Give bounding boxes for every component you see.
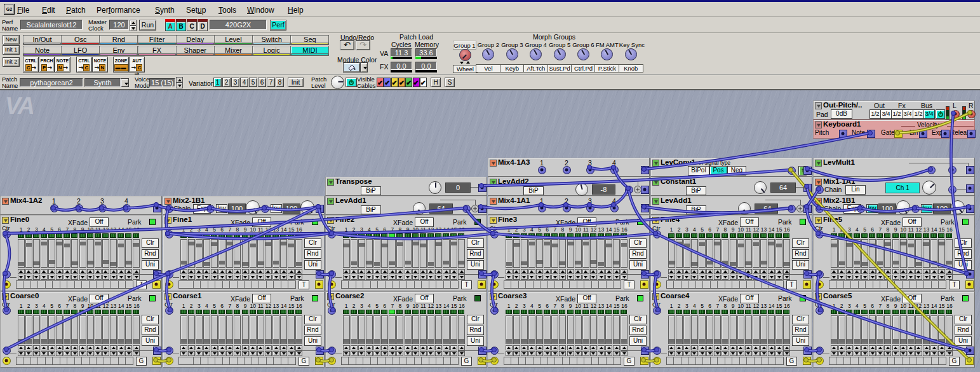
step-up-7[interactable] [226,345,233,350]
step-up-5[interactable] [536,269,543,274]
value-output-jack[interactable] [966,347,974,355]
xfade-button[interactable]: Off [577,217,596,227]
step-slider-2[interactable] [676,315,683,344]
bip-button[interactable]: BiP [686,205,706,214]
step-slider-10[interactable] [87,239,94,268]
step-up-3[interactable] [196,345,203,350]
step-down-1[interactable] [343,351,350,356]
step-slider-2[interactable] [188,239,195,268]
tool-ctrl-c-0[interactable]: CTRLC➞ [23,57,39,72]
step-up-12[interactable] [265,269,272,274]
step-down-9[interactable] [892,351,899,356]
gate-input-jack[interactable] [328,357,336,365]
step-slider-4[interactable] [854,239,861,268]
module-coarse2[interactable]: Coarse2CtrXFadeOffPark123456789101112131… [325,291,487,368]
step-down-11[interactable] [420,351,427,356]
input-1-jack[interactable] [538,166,546,174]
step-up-9[interactable] [567,269,574,274]
step-slider-13[interactable] [435,315,442,344]
step-slider-12[interactable] [102,239,109,268]
output-jack[interactable] [641,186,649,194]
step-down-13[interactable] [110,351,117,356]
xfade-button[interactable]: Off [90,294,109,303]
step-up-11[interactable] [908,345,915,350]
patch-name-field[interactable]: pythagorean2 [20,78,83,87]
step-down-9[interactable] [79,351,86,356]
value-output-jack[interactable] [316,347,324,355]
step-up-8[interactable] [722,269,728,274]
input-3-jack[interactable] [586,204,594,212]
step-up-11[interactable] [95,269,102,274]
step-up-8[interactable] [71,269,78,274]
step-slider-15[interactable] [450,315,457,344]
cable-color-toggle-5[interactable]: ✔ [413,78,420,87]
gate-strip[interactable] [504,280,621,289]
ctr-input-jack[interactable] [653,307,661,315]
step-slider-4[interactable] [41,315,48,344]
step-slider-15[interactable] [613,315,620,344]
g-button[interactable]: G [786,357,797,366]
chain-input-jack[interactable] [328,347,336,355]
step-up-1[interactable] [831,345,838,350]
step-down-1[interactable] [506,351,513,356]
step-down-11[interactable] [420,275,427,280]
step-up-11[interactable] [745,345,752,350]
morph-assign-vel[interactable]: Vel [476,64,500,72]
step-up-12[interactable] [590,269,597,274]
step-up-6[interactable] [544,345,551,350]
redo-button[interactable]: ↷ [356,40,370,50]
step-slider-9[interactable] [730,315,737,344]
step-down-14[interactable] [930,275,937,280]
tool-zone-5[interactable]: ZONE▬▬ [113,57,129,72]
cable-color-toggle-3[interactable]: ✔ [398,78,405,87]
step-up-8[interactable] [396,345,403,350]
step-slider-7[interactable] [551,315,558,344]
g-button[interactable]: G [136,357,147,366]
value-display[interactable]: 64 [770,183,796,193]
step-slider-8[interactable] [884,315,891,344]
step-down-1[interactable] [343,275,350,280]
gate-output-jack[interactable] [965,357,974,365]
module-fine5[interactable]: Fine5CtrXFadeOffPark12345678910111213141… [813,215,975,291]
step-up-4[interactable] [366,269,373,274]
step-slider-6[interactable] [544,315,551,344]
step-up-16[interactable] [621,345,628,350]
rnd-button[interactable]: Rnd [629,249,647,259]
level-1-value[interactable]: 100 [228,203,246,214]
step-up-10[interactable] [412,269,419,274]
xfade-button[interactable]: Off [903,294,922,303]
gate-input-jack[interactable] [490,280,499,289]
cable-color-toggle-2[interactable]: ✔ [391,78,398,87]
xfade-button[interactable]: Off [252,294,271,303]
variation-3-button[interactable]: 3 [231,78,239,87]
g-button[interactable]: G [624,357,634,366]
step-slider-14[interactable] [117,315,124,344]
step-down-5[interactable] [699,275,706,280]
module-collapse-icon[interactable] [490,217,497,224]
step-slider-9[interactable] [79,239,86,268]
module-collapse-icon[interactable] [652,179,659,186]
step-slider-12[interactable] [915,315,922,344]
module-collapse-icon[interactable] [815,217,822,224]
step-down-1[interactable] [18,275,25,280]
cable-color-toggle-0[interactable]: ✔ [377,78,384,87]
step-down-12[interactable] [102,351,109,356]
value-output-jack[interactable] [153,270,161,279]
step-up-4[interactable] [691,345,698,350]
step-down-5[interactable] [536,351,543,356]
step-down-1[interactable] [668,351,675,356]
step-up-9[interactable] [405,269,412,274]
step-up-1[interactable] [180,345,187,350]
step-down-15[interactable] [288,275,295,280]
step-slider-6[interactable] [381,315,388,344]
uni-button[interactable]: Uni [629,260,647,270]
gate-output-jack[interactable] [640,357,648,365]
step-down-16[interactable] [783,351,790,356]
step-slider-2[interactable] [513,239,520,268]
step-slider-12[interactable] [753,239,760,268]
input-3-jack[interactable] [98,204,107,212]
step-down-16[interactable] [295,275,302,280]
step-up-10[interactable] [87,345,94,350]
step-slider-5[interactable] [211,239,218,268]
step-up-10[interactable] [900,269,907,274]
